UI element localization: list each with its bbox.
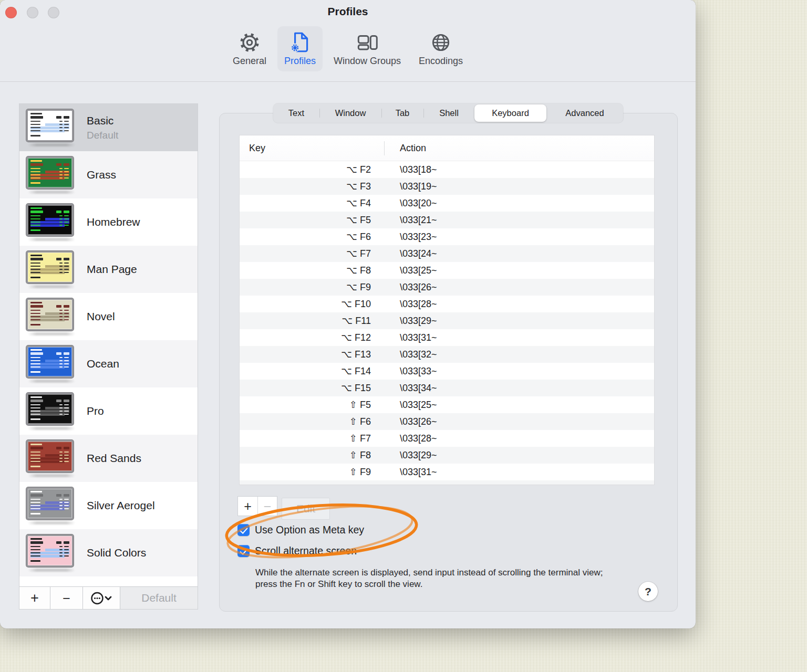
tab-text[interactable]: Text xyxy=(273,103,319,123)
profile-thumbnail xyxy=(26,345,77,383)
profile-thumbnail xyxy=(26,440,77,477)
tab-keyboard[interactable]: Keyboard xyxy=(474,104,546,122)
table-row[interactable]: ⌥ F3\033[19~ xyxy=(240,178,654,195)
profile-name: Silver Aerogel xyxy=(87,499,155,512)
toolbar-label-encodings: Encodings xyxy=(419,56,463,67)
toolbar-label-general: General xyxy=(233,56,266,67)
profile-list-item[interactable]: Homebrew xyxy=(19,198,198,246)
profile-list-item[interactable]: Pro xyxy=(19,387,198,435)
toolbar-item-general[interactable]: General xyxy=(226,26,273,71)
profile-sidebar: Basic Default Grass xyxy=(19,103,198,610)
scroll-alternate-screen-checkbox[interactable] xyxy=(237,545,250,557)
toolbar-label-profiles: Profiles xyxy=(284,56,316,67)
profile-thumbnail xyxy=(26,251,77,288)
profile-thumbnail xyxy=(26,534,77,572)
profile-name: Basic xyxy=(87,114,118,127)
table-row[interactable]: ⌥ F15\033[34~ xyxy=(240,380,654,396)
table-row[interactable]: ⌥ F5\033[21~ xyxy=(240,212,654,228)
use-option-as-meta-label: Use Option as Meta key xyxy=(255,524,364,536)
profile-name: Man Page xyxy=(87,263,137,276)
profile-document-icon xyxy=(288,30,312,55)
add-key-button[interactable]: + xyxy=(238,497,257,516)
profile-thumbnail xyxy=(26,156,77,194)
gear-icon xyxy=(237,30,262,55)
profile-thumbnail xyxy=(26,393,77,430)
tab-advanced[interactable]: Advanced xyxy=(546,103,623,123)
profile-name: Homebrew xyxy=(87,216,140,228)
profile-tabbar: Text Window Tab Shell Keyboard Advanced xyxy=(273,103,623,123)
table-row[interactable]: ⇧ F6\033[26~ xyxy=(240,413,654,430)
toolbar-item-profiles[interactable]: Profiles xyxy=(277,26,323,71)
toolbar-separator xyxy=(0,81,696,82)
profile-default-badge: Default xyxy=(87,130,118,141)
key-add-remove-group: + − xyxy=(237,496,277,516)
profile-name: Ocean xyxy=(87,358,119,370)
table-row[interactable]: ⇧ F8\033[29~ xyxy=(240,447,654,464)
toolbar-item-encodings[interactable]: Encodings xyxy=(412,26,470,71)
profile-list-item[interactable]: Man Page xyxy=(19,246,198,293)
profile-list-footer: + − Default xyxy=(19,586,198,609)
window-title: Profiles xyxy=(0,5,696,18)
profile-name: Novel xyxy=(87,310,115,323)
table-row[interactable]: ⌥ F14\033[33~ xyxy=(240,363,654,380)
table-filler-row xyxy=(240,480,654,485)
table-row[interactable]: ⌥ F8\033[25~ xyxy=(240,262,654,279)
profile-list: Basic Default Grass xyxy=(19,104,198,586)
desktop: { "desktop": { "background": "#efeee1" }… xyxy=(0,0,807,672)
remove-key-button[interactable]: − xyxy=(257,497,277,516)
table-row[interactable]: ⇧ F7\033[28~ xyxy=(240,430,654,447)
alternate-screen-help-text: While the alternate screen is displayed,… xyxy=(255,567,613,590)
table-row[interactable]: ⌥ F10\033[28~ xyxy=(240,296,654,312)
table-row[interactable]: ⌥ F13\033[32~ xyxy=(240,346,654,363)
globe-icon xyxy=(429,30,453,55)
profile-name: Grass xyxy=(87,169,116,181)
profile-list-item[interactable]: Solid Colors xyxy=(19,529,198,576)
profile-thumbnail xyxy=(26,109,77,146)
profile-list-item[interactable]: Red Sands xyxy=(19,435,198,482)
option-row-scroll-alternate-screen: Scroll alternate screen xyxy=(237,545,357,557)
table-row[interactable]: ⌥ F4\033[20~ xyxy=(240,195,654,212)
toolbar-item-window-groups[interactable]: Window Groups xyxy=(327,26,408,71)
profile-actions-menu-button[interactable] xyxy=(83,587,120,609)
profile-list-item[interactable]: Grass xyxy=(19,151,198,198)
profile-list-item[interactable]: Novel xyxy=(19,293,198,340)
tab-shell[interactable]: Shell xyxy=(423,103,474,123)
toolbar-label-window-groups: Window Groups xyxy=(334,56,401,67)
scroll-alternate-screen-label: Scroll alternate screen xyxy=(255,545,357,557)
set-default-button[interactable]: Default xyxy=(120,587,198,609)
table-row[interactable]: ⇧ F5\033[25~ xyxy=(240,396,654,413)
option-row-use-option-as-meta: Use Option as Meta key xyxy=(237,524,364,536)
preferences-window: Profiles General xyxy=(0,0,696,628)
profile-name: Solid Colors xyxy=(87,547,146,559)
profile-thumbnail xyxy=(26,487,77,524)
column-header-action[interactable]: Action xyxy=(400,143,426,154)
table-row[interactable]: ⌥ F9\033[26~ xyxy=(240,279,654,296)
table-row[interactable]: ⌥ F7\033[24~ xyxy=(240,245,654,262)
tab-window[interactable]: Window xyxy=(319,103,381,123)
profile-thumbnail xyxy=(26,204,77,241)
key-mapping-table: Key Action ⌥ F2\033[18~⌥ F3\033[19~⌥ F4\… xyxy=(239,135,655,485)
table-header: Key Action xyxy=(240,135,654,161)
profile-list-item[interactable]: Ocean xyxy=(19,340,198,387)
column-header-key[interactable]: Key xyxy=(240,143,265,154)
profile-name: Pro xyxy=(87,405,104,417)
window-groups-icon xyxy=(355,30,379,55)
remove-profile-button[interactable]: − xyxy=(50,587,83,609)
profile-name: Red Sands xyxy=(87,452,141,465)
use-option-as-meta-checkbox[interactable] xyxy=(237,524,250,536)
edit-key-button[interactable]: Edit xyxy=(282,498,330,520)
key-table-body: ⌥ F2\033[18~⌥ F3\033[19~⌥ F4\033[20~⌥ F5… xyxy=(240,161,654,480)
add-profile-button[interactable]: + xyxy=(19,587,50,609)
table-row[interactable]: ⇧ F9\033[31~ xyxy=(240,464,654,480)
preferences-toolbar: General Profiles xyxy=(0,26,696,71)
tab-tab[interactable]: Tab xyxy=(381,103,423,123)
table-row[interactable]: ⌥ F11\033[29~ xyxy=(240,312,654,329)
profile-list-item[interactable]: Basic Default xyxy=(19,104,198,151)
profile-thumbnail xyxy=(26,298,77,335)
circle-ellipsis-chevron-icon xyxy=(90,591,112,605)
profile-list-item[interactable]: Silver Aerogel xyxy=(19,482,198,529)
table-row[interactable]: ⌥ F6\033[23~ xyxy=(240,228,654,245)
table-row[interactable]: ⌥ F12\033[31~ xyxy=(240,329,654,346)
table-row[interactable]: ⌥ F2\033[18~ xyxy=(240,161,654,178)
help-button[interactable]: ? xyxy=(638,582,658,601)
